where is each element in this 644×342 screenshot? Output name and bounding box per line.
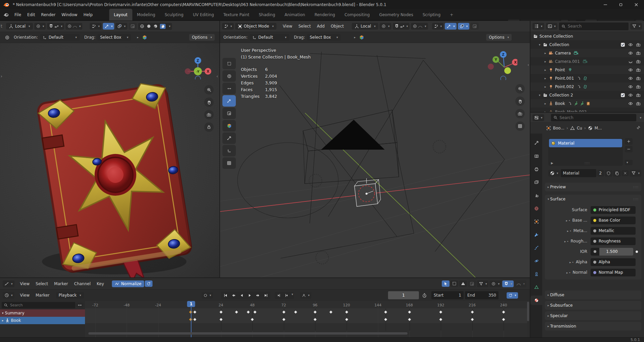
box-select-icon[interactable] [450,280,458,287]
properties-tab-render[interactable] [530,151,542,161]
camera-view-icon[interactable] [204,110,214,119]
viewport-menu-select[interactable]: Select [295,23,314,30]
expand-icon[interactable]: ▸ [545,51,549,55]
collection-checkbox[interactable] [620,93,625,98]
camera-toggle[interactable] [636,84,641,89]
dopesheet-editor-type[interactable]: ▾ [3,280,14,287]
minimize-button[interactable] [598,0,613,9]
gizmo-toggle-right[interactable]: ▾ [445,23,457,30]
dopesheet-menu-key[interactable]: Key [94,280,107,288]
viewport-rendered[interactable]: t Local▾ ▾ ▾ ▾ ▾ ▾ ▾ ▾ Orientation: Defa… [0,21,219,277]
navigation-gizmo-left[interactable]: Z X -Y [184,51,212,79]
stopwatch-icon[interactable] [422,293,427,298]
pivot-point-left[interactable]: ▾ [34,23,46,30]
sidebar-toggle-right-icon[interactable]: ‹ [527,63,529,67]
properties-tab-material[interactable] [530,296,542,305]
close-button[interactable] [629,0,644,9]
socket-button-metallic[interactable]: Metallic [591,227,636,235]
workspace-tab-scripting[interactable]: Scripting [418,9,445,21]
add-cube-tool[interactable] [222,157,236,169]
gizmo-cube-icon-right[interactable] [359,35,364,40]
cursor-select-icon[interactable] [442,280,449,287]
eye-toggle[interactable] [628,68,633,72]
users-count-button[interactable]: 2 [597,170,604,177]
play-button[interactable] [246,292,254,299]
warning-icon[interactable] [459,280,467,287]
panel-header[interactable]: ▸Diffuse [545,291,641,299]
camera-toggle[interactable] [636,76,641,81]
eye-toggle[interactable] [628,42,633,47]
timeline-menu-view[interactable]: View [17,292,33,299]
play-reverse-button[interactable] [238,292,246,299]
outliner-filter-mode[interactable]: ▾ [546,23,558,30]
eye-toggle[interactable] [628,84,633,89]
panel-header[interactable]: ▸Specular [545,311,641,320]
properties-editor-type[interactable]: ▾ [532,114,544,121]
start-frame-field[interactable]: Start1 [431,291,464,299]
wireframe-canvas[interactable]: User Perspective (1) Scene Collection | … [220,43,530,277]
socket-button-principled-bsdf[interactable]: Principled BSDF [591,206,636,214]
shading-modes-left[interactable]: ▾ [138,23,172,30]
expand-icon[interactable]: ▸ [545,85,549,88]
maximize-button[interactable] [613,0,629,9]
sidebar-toggle-collapse-icon[interactable]: ‹ [216,74,218,79]
viewport-menu-view[interactable]: View [280,23,295,30]
expand-icon[interactable]: ▾ [539,93,543,97]
gizmo-toggle-left[interactable]: ▾ [103,23,115,30]
pivot-icon[interactable]: ▾ [489,280,501,287]
properties-search-input[interactable] [560,115,634,120]
drag-dropdown-right[interactable]: Select Box▾ [307,34,341,41]
viewport-menu-add[interactable]: Add [314,23,328,30]
breadcrumb-item[interactable]: M... [595,126,602,130]
gizmo-visibility-right[interactable]: ▾ [432,23,444,30]
magnet-icon[interactable]: ▾ [502,280,514,287]
overlays-toggle-left[interactable]: ▾ [116,23,127,30]
workspace-tab-rendering[interactable]: Rendering [310,9,340,21]
grid-ortho-icon-right[interactable] [515,121,525,131]
collection-checkbox[interactable] [620,42,625,47]
snap-toggle-left[interactable]: ▾ [47,23,64,30]
panel-header[interactable]: ▸Subsurface [545,301,641,310]
frame-back-button[interactable] [275,293,283,298]
socket-button-normal-map[interactable]: Normal Map [591,269,636,276]
workspace-tab-texture-paint[interactable]: Texture Paint [219,9,254,21]
drag-dropdown-left[interactable]: Select Box▾ [97,34,131,41]
next-keyframe-button[interactable] [254,292,262,299]
workspace-tab-compositing[interactable]: Compositing [340,9,374,21]
workspace-tab-modeling[interactable]: Modeling [132,9,160,21]
panel-subsurface[interactable]: ▸Subsurface [545,301,641,310]
camera-view-icon-right[interactable] [515,109,525,118]
jump-to-end-button[interactable] [262,292,270,299]
material-slot-list[interactable]: Material ▶ :::: [548,138,623,166]
breadcrumb-item[interactable]: Boo... [553,126,564,130]
app-menu-window[interactable]: Window [58,11,80,18]
app-menu-help[interactable]: Help [80,11,95,18]
gizmo-visibility-left[interactable]: ▾ [90,23,101,30]
proportional-edit-right[interactable]: ▾ [411,23,428,30]
lock-view-icon[interactable] [204,122,214,132]
expand-icon[interactable]: ▾ [539,43,543,46]
rendered-canvas[interactable]: Z X -Y › ‹ [0,43,219,277]
end-frame-field[interactable]: End350 [465,291,499,299]
expand-icon[interactable]: ▸ [545,102,549,105]
remove-slot-button[interactable] [625,146,633,152]
sidebar-toggle-left-icon[interactable]: › [1,74,2,79]
dopesheet-search[interactable] [2,302,75,308]
pivot-point-right[interactable]: ▾ [380,23,391,30]
playback-menu[interactable]: Playback▾ [56,292,84,299]
properties-tab-object[interactable] [530,217,542,226]
workspace-tab-sculpting[interactable]: Sculpting [160,9,188,21]
keyframe-area[interactable]: -72-48-24244872961201441681922162401 [85,301,527,337]
workspace-tab-shading[interactable]: Shading [254,9,280,21]
outliner-search-input[interactable] [568,24,626,29]
slot-specials-icon[interactable]: ▶ [551,161,553,165]
timeline-editor-type[interactable]: ▾ [3,292,14,299]
preview-panel[interactable]: ▸Preview:::: [545,183,641,191]
properties-search[interactable] [551,114,637,121]
horizontal-scrollbar[interactable] [88,332,407,335]
rotate-tool[interactable] [222,95,236,107]
outliner-display-mode[interactable]: ▾ [532,23,544,30]
properties-tab-tool[interactable] [530,138,542,148]
mode-dropdown[interactable]: Object Mode▾ [235,23,276,30]
eye-toggle[interactable] [628,93,633,98]
